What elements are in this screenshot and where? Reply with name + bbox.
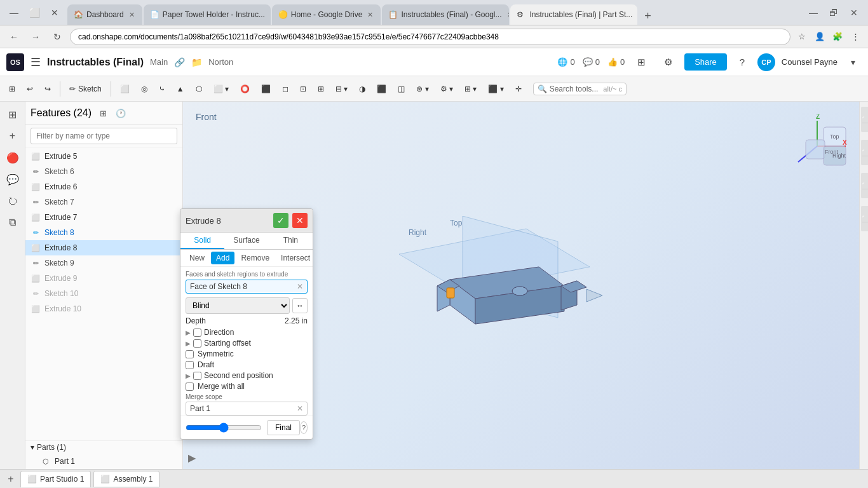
tab-close-button[interactable]: ✕ [506,10,510,20]
subtab-new[interactable]: New [184,252,210,264]
sidebar-button-1[interactable]: ⊞ [3,104,23,125]
tool-20[interactable]: ✛ [510,79,527,98]
flip-direction-button[interactable]: ↔ [292,298,308,313]
tool-9[interactable]: ◻ [277,79,294,98]
tab-solid[interactable]: Solid [180,233,224,249]
subtab-remove[interactable]: Remove [236,252,275,264]
right-panel-btn-2[interactable]: ⬜ [861,140,868,165]
tab-part-studio-1[interactable]: ⬜ Part Studio 1 [20,471,91,487]
tool-17[interactable]: ⚙ ▾ [435,79,458,98]
expand-feature-button[interactable]: ⊞ [95,105,111,121]
blind-select[interactable]: Blind [186,297,290,314]
tool-6[interactable]: ⬜ ▾ [208,79,234,98]
reload-button[interactable]: ↻ [48,28,66,46]
sidebar-button-3[interactable]: 🔴 [3,147,23,168]
face-select-box[interactable]: Face of Sketch 8 ✕ [186,280,308,294]
avatar[interactable]: CP [757,53,775,71]
tool-12[interactable]: ⊟ ▾ [330,79,353,98]
second-end-row[interactable]: ▶ Second end position [186,371,308,380]
tool-4[interactable]: ▲ [172,79,189,98]
merge-all-checkbox[interactable] [186,383,194,391]
starting-offset-checkbox[interactable] [193,339,201,348]
tab-papertowel[interactable]: 📄 Paper Towel Holder - Instruc... ✕ [144,4,271,25]
user-dropdown[interactable]: ▾ [844,53,862,71]
draft-checkbox[interactable] [186,361,194,369]
back-button[interactable]: ← [5,28,23,46]
direction-row[interactable]: ▶ Direction [186,328,308,337]
list-item[interactable]: ✏ Sketch 8 [25,225,182,240]
user-name[interactable]: Counsel Payne [782,57,837,67]
list-item[interactable]: ⬜ Extrude 6 [25,179,182,194]
merge-scope-box[interactable]: Part 1 ✕ [186,402,308,416]
grid-view-button[interactable]: ⊞ [631,52,651,72]
tab-close-button[interactable]: ✕ [636,10,637,20]
redo-button[interactable]: ↪ [39,79,56,98]
tool-15[interactable]: ◫ [393,79,410,98]
subtab-add[interactable]: Add [211,252,234,264]
right-panel-btn-3[interactable]: ⬜ [861,173,868,198]
tab-assembly-1[interactable]: ⬜ Assembly 1 [93,471,159,487]
tool-10[interactable]: ⊡ [295,79,311,98]
subtab-intersect[interactable]: Intersect [276,252,315,264]
preview-slider[interactable] [186,423,262,433]
new-tab-button[interactable]: + [639,7,656,25]
sidebar-button-5[interactable]: ⭮ [3,191,23,211]
direction-checkbox[interactable] [193,329,201,337]
tool-1[interactable]: ⬜ [115,79,135,98]
tool-11[interactable]: ⊞ [313,79,329,98]
browser-restore[interactable]: 🗗 [825,4,843,22]
dialog-cancel-button[interactable]: ✕ [292,213,308,228]
sidebar-button-4[interactable]: 💬 [3,169,23,189]
toolbar-grid-button[interactable]: ⊞ [4,79,20,98]
dialog-ok-button[interactable]: ✓ [273,213,288,228]
list-item[interactable]: ✏ Sketch 9 [25,255,182,271]
tab-dashboard[interactable]: 🏠 Dashboard ✕ [67,4,142,25]
collapse-arrow[interactable]: ▶ [188,452,196,464]
tab-googledrive[interactable]: 🟡 Home - Google Drive ✕ [272,4,381,25]
list-item[interactable]: ✏ Sketch 7 [25,194,182,210]
list-item[interactable]: ⬜ Extrude 9 [25,271,182,286]
starting-offset-row[interactable]: ▶ Starting offset [186,339,308,348]
tab-thin[interactable]: Thin [269,233,313,249]
add-tab-button[interactable]: + [4,472,18,486]
sketch-button[interactable]: ✏ Sketch [64,79,107,98]
tool-7[interactable]: ⭕ [235,79,255,98]
merge-all-row[interactable]: Merge with all [186,382,308,391]
right-panel-btn-1[interactable]: ⬜ [861,107,868,132]
undo-button[interactable]: ↩ [22,79,38,98]
draft-row[interactable]: Draft [186,360,308,369]
close-button[interactable]: ✕ [46,4,64,22]
list-item[interactable]: ⬜ Extrude 7 [25,210,182,225]
tool-19[interactable]: ⬛ ▾ [483,79,508,98]
tab-surface[interactable]: Surface [224,233,268,249]
list-item[interactable]: ⬜ Extrude 10 [25,301,182,316]
sidebar-button-2[interactable]: + [3,126,23,146]
maximize-button[interactable]: ⬜ [25,4,43,22]
tool-16[interactable]: ⊛ ▾ [411,79,433,98]
profile-button[interactable]: 👤 [812,29,827,44]
bookmark-button[interactable]: ☆ [794,29,810,44]
nav-cube[interactable]: Top Front Right X Z [785,114,849,178]
parts-toggle[interactable]: ▾ Parts (1) [25,441,182,454]
tool-14[interactable]: ⬛ [372,79,391,98]
list-item[interactable]: ✏ Sketch 6 [25,164,182,179]
list-item[interactable]: ⬜ Extrude 5 [25,149,182,164]
filter-input[interactable] [31,128,177,144]
clock-feature-button[interactable]: 🕐 [113,105,128,121]
right-panel-btn-4[interactable]: ⬜ [861,206,868,231]
list-item[interactable]: ✏ Sketch 10 [25,286,182,301]
list-item[interactable]: ⬡ Part 1 [25,454,182,469]
forward-button[interactable]: → [27,28,44,46]
hamburger-menu[interactable]: ☰ [31,55,41,69]
second-end-checkbox[interactable] [193,372,201,380]
tab-instructables-1[interactable]: 📋 Instructables (Final) - Googl... ✕ [382,4,509,25]
sidebar-button-6[interactable]: ⧉ [3,212,23,233]
share-button[interactable]: Share [684,53,727,71]
minimize-button[interactable]: — [5,4,23,22]
tool-8[interactable]: ⬛ [256,79,276,98]
help-button[interactable]: ? [300,421,308,434]
symmetric-checkbox[interactable] [186,350,194,358]
final-button[interactable]: Final [267,420,300,435]
list-item[interactable]: ⬜ Extrude 8 [25,240,182,255]
menu-button[interactable]: ⋮ [848,29,863,44]
